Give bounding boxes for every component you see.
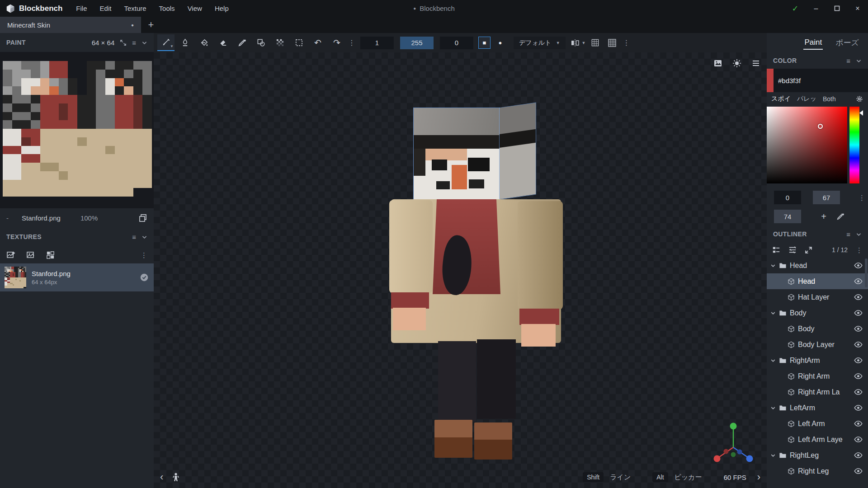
color-s-input[interactable] <box>813 191 840 204</box>
mirror-mode-dropdown[interactable]: デフォルト ▼ <box>514 37 566 49</box>
import-texture-icon[interactable] <box>6 250 15 259</box>
titlebar[interactable]: Blockbench FileEditTextureToolsViewHelp … <box>0 0 868 17</box>
add-to-palette-button[interactable]: + <box>817 211 830 222</box>
outliner-cube-head[interactable]: Head <box>767 273 868 289</box>
menu-tools[interactable]: Tools <box>153 1 181 16</box>
color-v-input[interactable] <box>774 210 801 223</box>
menu-view[interactable]: View <box>181 1 208 16</box>
zoom-out-button[interactable]: - <box>6 214 22 222</box>
eye-visibility-icon[interactable] <box>854 278 863 285</box>
prev-view-chevron[interactable]: ‹ <box>160 472 163 482</box>
eye-visibility-icon[interactable] <box>854 310 863 316</box>
brush-opacity-input[interactable] <box>400 37 434 49</box>
outliner-cube-left-arm[interactable]: Left Arm <box>767 416 868 432</box>
hex-color-input[interactable] <box>774 69 868 92</box>
chevron-down-icon[interactable] <box>770 405 776 411</box>
brush-shape-square-button[interactable]: ■ <box>478 37 491 49</box>
outliner-menu-icon[interactable]: ⋮ <box>856 247 863 253</box>
panel-drag-icon[interactable]: ≡ <box>132 234 136 240</box>
menu-texture[interactable]: Texture <box>118 1 152 16</box>
eye-visibility-icon[interactable] <box>854 341 863 348</box>
texture-stitch-icon[interactable] <box>46 251 55 259</box>
brush-size-input[interactable] <box>360 37 394 49</box>
fill-bucket-tool[interactable] <box>195 34 212 51</box>
redo-button[interactable]: ↷ <box>328 34 345 51</box>
eyedropper-icon[interactable] <box>836 212 844 221</box>
eye-visibility-icon[interactable] <box>854 452 863 459</box>
outliner-scrollbar[interactable] <box>865 258 868 287</box>
view-axis-gizmo[interactable] <box>710 419 757 466</box>
viewport-menu-icon[interactable] <box>751 59 760 68</box>
toolbar-menu-icon[interactable]: ⋮ <box>347 38 356 47</box>
tab-color-both[interactable]: Both <box>823 95 836 103</box>
shading-toggle-icon[interactable] <box>732 59 741 68</box>
eye-visibility-icon[interactable] <box>854 325 863 332</box>
outliner-cube-right-arm-la[interactable]: Right Arm La <box>767 384 868 400</box>
copy-brush-tool[interactable] <box>176 34 193 51</box>
minimize-button[interactable]: – <box>806 0 826 17</box>
tab-paint-mode[interactable]: Paint <box>803 36 823 50</box>
maximize-button[interactable] <box>826 0 847 17</box>
eye-visibility-icon[interactable] <box>854 404 863 411</box>
panel-drag-icon[interactable]: ≡ <box>132 39 136 46</box>
eye-visibility-icon[interactable] <box>854 420 863 427</box>
collapse-panel-icon[interactable] <box>856 231 862 237</box>
mirror-painting-icon[interactable] <box>567 35 583 51</box>
minecraft-skin-model[interactable] <box>389 106 566 460</box>
chevron-down-icon[interactable] <box>770 453 776 458</box>
create-texture-icon[interactable] <box>26 250 35 259</box>
color-picker-marker[interactable] <box>818 124 823 129</box>
shape-tool[interactable] <box>252 34 269 51</box>
gradient-tool[interactable] <box>271 34 288 51</box>
eye-visibility-icon[interactable] <box>854 357 863 364</box>
outliner-cube-body[interactable]: Body <box>767 321 868 337</box>
outliner-view-mode-icon[interactable] <box>772 246 780 254</box>
brush-shape-circle-button[interactable]: ● <box>494 37 506 49</box>
confirm-button[interactable]: ✓ <box>785 0 806 17</box>
brush-options-arrow[interactable]: ▼ <box>170 44 174 48</box>
outliner-group-rightleg[interactable]: RightLeg <box>767 447 868 463</box>
color-menu-icon[interactable]: ⋮ <box>859 194 865 201</box>
outliner-cube-hat-layer[interactable]: Hat Layer <box>767 289 868 305</box>
outliner-cube-right-arm[interactable]: Right Arm <box>767 368 868 384</box>
saturation-value-square[interactable] <box>767 107 847 183</box>
next-view-chevron[interactable]: › <box>757 472 760 482</box>
hue-slider-marker[interactable] <box>859 110 863 116</box>
painting-grid-icon[interactable] <box>604 35 620 51</box>
brush-tool[interactable]: ▼ <box>157 34 175 51</box>
chevron-down-icon[interactable] <box>770 263 776 268</box>
outliner-group-leftarm[interactable]: LeftArm <box>767 400 868 416</box>
toolbar-overflow-icon[interactable]: ⋮ <box>622 38 631 47</box>
3d-viewport[interactable]: ‹ Shift ライン Alt ピッカー 60 FPS › <box>154 52 767 488</box>
mirror-options-arrow[interactable]: ▼ <box>582 41 586 45</box>
texture-list-item[interactable]: Stanford.png 64 x 64px <box>0 263 154 291</box>
eye-visibility-icon[interactable] <box>854 262 863 269</box>
tab-color-picker[interactable]: スポイ <box>771 95 791 103</box>
close-button[interactable]: × <box>847 0 868 17</box>
panel-drag-icon[interactable]: ≡ <box>846 57 850 64</box>
gear-icon[interactable] <box>855 95 863 103</box>
pixel-grid-icon[interactable] <box>587 35 603 51</box>
eye-visibility-icon[interactable] <box>854 294 863 300</box>
tab-color-palette[interactable]: パレッ <box>797 95 816 103</box>
eye-visibility-icon[interactable] <box>854 373 863 380</box>
chevron-down-icon[interactable] <box>770 310 776 316</box>
new-tab-button[interactable]: + <box>141 17 161 33</box>
menu-edit[interactable]: Edit <box>94 1 118 16</box>
collapse-panel-icon[interactable] <box>142 40 147 46</box>
eye-visibility-icon[interactable] <box>854 436 863 443</box>
tab-minecraft-skin[interactable]: Minecraft Skin ● <box>0 17 141 33</box>
hue-slider[interactable] <box>849 107 859 183</box>
outliner-cube-right-leg[interactable]: Right Leg <box>767 463 868 479</box>
menu-help[interactable]: Help <box>208 1 235 16</box>
eye-visibility-icon[interactable] <box>854 389 863 395</box>
player-model-icon[interactable] <box>172 473 179 482</box>
collapse-panel-icon[interactable] <box>856 58 862 64</box>
outliner-cube-body-layer[interactable]: Body Layer <box>767 337 868 352</box>
panel-drag-icon[interactable]: ≡ <box>846 231 850 238</box>
color-picker-tool[interactable] <box>233 34 250 51</box>
brush-softness-input[interactable] <box>440 37 473 49</box>
textures-menu-icon[interactable]: ⋮ <box>141 252 147 258</box>
texture-2d-preview[interactable] <box>0 52 154 208</box>
layers-icon[interactable] <box>138 213 147 222</box>
